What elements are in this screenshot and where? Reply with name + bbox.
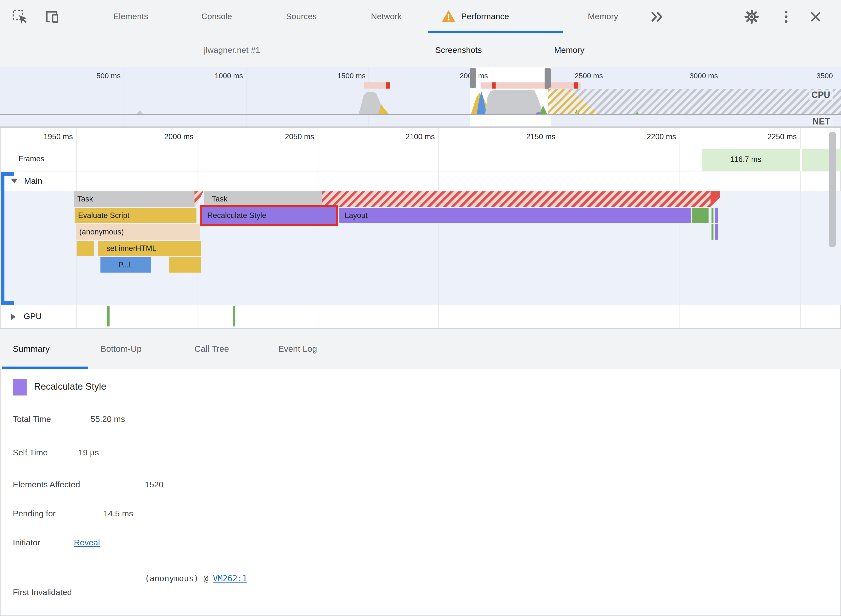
- flame-recalculate-style-bar-selected[interactable]: Recalculate Style: [200, 205, 338, 226]
- overview-tick: 2500 ms: [549, 72, 603, 80]
- tab-performance-label: Performance: [461, 0, 509, 33]
- ruler-tick: 2000 ms: [134, 132, 194, 141]
- screenshots-label[interactable]: Screenshots: [435, 33, 482, 67]
- overview-tick: 500 ms: [66, 72, 121, 80]
- flame-set-innerhtml-bar[interactable]: set innerHTML: [98, 241, 201, 256]
- summary-title: Recalculate Style: [34, 381, 106, 392]
- frame-badge-gridline-gap: [800, 148, 801, 171]
- devtools-window: Elements Console Sources Network Perform…: [0, 0, 841, 616]
- main-track-selection-bracket-top: [1, 172, 14, 176]
- settings-gear-icon[interactable]: [744, 9, 760, 25]
- cpu-baseline: [0, 114, 841, 115]
- frames-track-label[interactable]: Frames: [18, 154, 44, 163]
- tab-event-log[interactable]: Event Log: [278, 329, 317, 369]
- flame-task-bar[interactable]: Task: [204, 191, 322, 207]
- main-collapse-icon[interactable]: [11, 179, 18, 183]
- flame-task-bar[interactable]: Task: [74, 191, 194, 207]
- warning-icon: [441, 9, 456, 23]
- device-toolbar-icon[interactable]: [44, 9, 60, 25]
- tab-summary[interactable]: Summary: [13, 329, 50, 369]
- summary-row-label: Pending for: [13, 509, 56, 518]
- tab-performance[interactable]: Performance: [441, 0, 509, 33]
- initiator-label: Initiator: [13, 538, 40, 547]
- session-select[interactable]: jlwagner.net #1: [204, 33, 260, 67]
- toolbar-separator: [77, 7, 77, 26]
- ruler-tick: 1950 ms: [14, 132, 73, 141]
- overview-bottom-band: [0, 126, 841, 128]
- summary-row-value: 1520: [145, 480, 163, 489]
- flame-style-sliver: [715, 224, 718, 240]
- initiator-reveal-link[interactable]: Reveal: [74, 538, 100, 547]
- tab-bottom-up[interactable]: Bottom-Up: [100, 329, 141, 369]
- main-track-selection-bracket: [1, 172, 4, 305]
- selection-left-handle[interactable]: [470, 68, 476, 88]
- tab-elements[interactable]: Elements: [113, 0, 148, 33]
- first-invalidated-stack: (anonymous) @ VM262:1: [145, 574, 247, 583]
- long-task-red-segment: [386, 82, 390, 89]
- tab-network[interactable]: Network: [371, 0, 402, 33]
- timeline-overview[interactable]: 500 ms 1000 ms 1500 ms 2000 ms 2500 ms 3…: [0, 67, 841, 128]
- overview-tick: 3000 ms: [664, 72, 718, 80]
- stack-frame-link[interactable]: VM262:1: [213, 574, 247, 583]
- gpu-activity-tick: [107, 306, 110, 326]
- flame-script-chip[interactable]: [76, 241, 94, 256]
- main-track-selection-bracket-bottom: [1, 301, 14, 305]
- flame-layout-bar[interactable]: Layout: [339, 208, 691, 223]
- flame-style-sliver: [715, 208, 718, 223]
- tab-console[interactable]: Console: [201, 0, 232, 33]
- flame-long-task-hatch[interactable]: [322, 191, 710, 207]
- stack-frame-text: (anonymous) @: [145, 574, 208, 583]
- performance-toolbar: jlwagner.net #1 Screenshots Memory: [0, 33, 841, 67]
- net-label: NET: [810, 116, 833, 127]
- memory-label[interactable]: Memory: [554, 33, 584, 67]
- long-task-red-segment: [492, 82, 495, 89]
- overview-tick: 2000 ms: [434, 72, 488, 80]
- first-invalidated-label: First Invalidated: [13, 587, 72, 597]
- frames-row-border: [0, 171, 841, 172]
- long-task-red-segment: [574, 82, 578, 89]
- overview-tick: 1500 ms: [312, 72, 366, 80]
- event-color-swatch: [13, 379, 27, 396]
- tab-call-tree[interactable]: Call Tree: [194, 329, 229, 369]
- ruler-tick: 2100 ms: [376, 132, 435, 141]
- close-icon[interactable]: [808, 9, 823, 25]
- overview-tick: 1000 ms: [189, 72, 243, 80]
- cpu-label: CPU: [809, 90, 833, 100]
- frame-duration: 116.7 ms: [731, 155, 761, 164]
- long-task-bar: [481, 82, 581, 89]
- devtools-tab-bar: Elements Console Sources Network Perform…: [0, 0, 841, 33]
- active-tab-underline: [428, 31, 563, 33]
- ruler-tick: 2200 ms: [617, 132, 676, 141]
- tab-sources[interactable]: Sources: [286, 0, 317, 33]
- selection-right-handle[interactable]: [545, 68, 551, 88]
- flame-recalculate-style-label: Recalculate Style: [202, 207, 336, 224]
- summary-row-value: 14.5 ms: [103, 509, 133, 518]
- ruler-tick: 2150 ms: [496, 132, 556, 141]
- flame-evaluate-script-bar[interactable]: Evaluate Script: [75, 208, 197, 223]
- ruler-tick: 2250 ms: [738, 132, 797, 141]
- vertical-scrollbar-thumb[interactable]: [829, 132, 836, 247]
- ruler-gridline: [318, 128, 318, 328]
- flame-paint-bar[interactable]: [692, 208, 709, 223]
- summary-row-label: Elements Affected: [13, 480, 80, 489]
- kebab-menu-icon[interactable]: [780, 9, 792, 25]
- inspect-element-icon[interactable]: [12, 9, 28, 25]
- summary-row-value: 55.20 ms: [91, 414, 125, 424]
- ruler-gridline: [438, 128, 439, 328]
- gpu-track-label[interactable]: GPU: [24, 311, 42, 321]
- summary-row-label: Total Time: [13, 414, 51, 424]
- tab-memory[interactable]: Memory: [588, 0, 618, 33]
- flame-anonymous-bar[interactable]: (anonymous): [76, 224, 200, 240]
- flame-script-chip[interactable]: [169, 257, 201, 273]
- details-tab-bar: Summary Bottom-Up Call Tree Event Log: [0, 329, 841, 369]
- ruler-gridline: [679, 128, 680, 328]
- frame-badge[interactable]: 116.7 ms: [703, 148, 841, 171]
- flame-paint-sliver: [712, 224, 713, 240]
- main-track-label[interactable]: Main: [24, 176, 42, 186]
- active-details-tab-underline: [2, 367, 88, 369]
- gpu-expand-icon[interactable]: [11, 314, 16, 320]
- long-task-bar: [364, 82, 390, 89]
- ruler-tick: 2050 ms: [255, 132, 314, 141]
- flame-parse-html-bar[interactable]: P...L: [100, 257, 151, 273]
- more-tabs-icon[interactable]: [650, 10, 665, 23]
